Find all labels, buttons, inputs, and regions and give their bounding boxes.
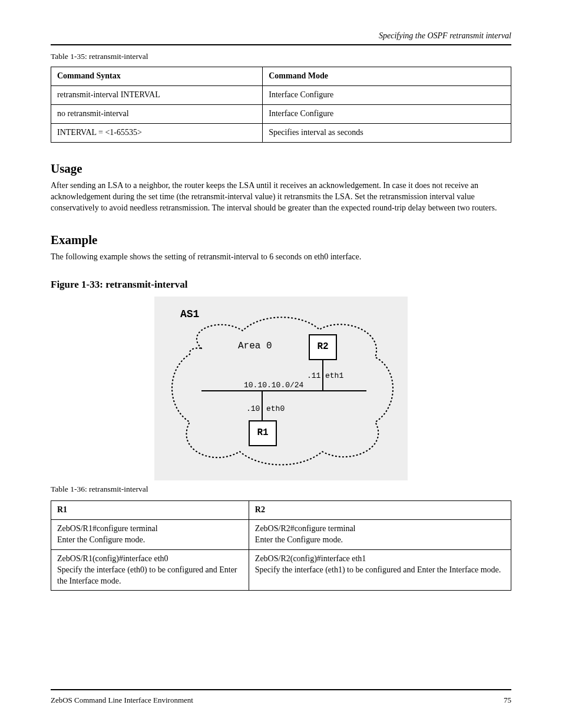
table-row: ZebOS/R1(config)#interface eth0 Specify … — [51, 549, 511, 591]
footer-left: ZebOS Command Line Interface Environment — [51, 695, 193, 706]
footer-right: 75 — [504, 695, 511, 706]
table1-r3c2: Specifies interval as seconds — [263, 123, 511, 142]
cell-line: ZebOS/R2(config)#interface eth1 — [255, 554, 366, 563]
table2-h2: R2 — [249, 501, 511, 520]
table-1-35: Command Syntax Command Mode retransmit-i… — [51, 67, 511, 143]
table-row: INTERVAL = <1-65535> Specifies interval … — [51, 123, 511, 142]
table-row: no retransmit-interval Interface Configu… — [51, 104, 511, 123]
example-text: The following example shows the setting … — [51, 252, 511, 263]
figure-1-33: AS1 Area 0 R2 R1 — [51, 297, 511, 480]
r2-eth: eth1 — [325, 371, 343, 381]
figure-canvas: AS1 Area 0 R2 R1 — [154, 297, 408, 480]
usage-text: After sending an LSA to a neighbor, the … — [51, 180, 511, 214]
footer-rule — [51, 689, 511, 690]
table2-r1c2: ZebOS/R2#configure terminal Enter the Co… — [249, 519, 511, 549]
cell-line: Specify the interface (eth0) to be confi… — [57, 565, 237, 585]
table1-h1: Command Syntax — [51, 67, 263, 86]
table1-r1c2: Interface Configure — [263, 86, 511, 105]
table1-h2: Command Mode — [263, 67, 511, 86]
table2-r1c1: ZebOS/R1#configure terminal Enter the Co… — [51, 519, 249, 549]
table-1-36: R1 R2 ZebOS/R1#configure terminal Enter … — [51, 500, 511, 591]
usage-heading: Usage — [51, 160, 511, 177]
example-heading: Example — [51, 232, 511, 248]
table-row: ZebOS/R1#configure terminal Enter the Co… — [51, 519, 511, 549]
table2-r2c2: ZebOS/R2(config)#interface eth1 Specify … — [249, 549, 511, 591]
table2-h1: R1 — [51, 501, 249, 520]
cell-line: Enter the Configure mode. — [57, 535, 145, 544]
table2-caption: Table 1-36: retransmit-interval — [51, 484, 511, 495]
table1-caption: Table 1-35: retransmit-interval — [51, 51, 511, 62]
table1-r3c1: INTERVAL = <1-65535> — [51, 123, 263, 142]
r1-eth: eth0 — [266, 404, 285, 414]
page-header-right: Specifying the OSPF retransmit interval — [51, 31, 511, 42]
subnet-label: 10.10.10.0/24 — [244, 380, 303, 391]
cell-line: Specify the interface (eth1) to be confi… — [255, 565, 501, 574]
r2-ip: .11 — [307, 371, 320, 381]
cell-line: ZebOS/R1(config)#interface eth0 — [57, 554, 168, 563]
table-row: retransmit-interval INTERVAL Interface C… — [51, 86, 511, 105]
table2-r2c1: ZebOS/R1(config)#interface eth0 Specify … — [51, 549, 249, 591]
table1-r1c1: retransmit-interval INTERVAL — [51, 86, 263, 105]
r1-ip: .10 — [246, 404, 260, 414]
cell-line: Enter the Configure mode. — [255, 535, 343, 544]
header-rule — [51, 44, 511, 45]
table1-r2c2: Interface Configure — [263, 104, 511, 123]
table1-r2c1: no retransmit-interval — [51, 104, 263, 123]
page-footer: ZebOS Command Line Interface Environment… — [51, 684, 511, 706]
cell-line: ZebOS/R1#configure terminal — [57, 524, 158, 533]
figure-heading: Figure 1-33: retransmit-interval — [51, 278, 511, 292]
cell-line: ZebOS/R2#configure terminal — [255, 524, 356, 533]
